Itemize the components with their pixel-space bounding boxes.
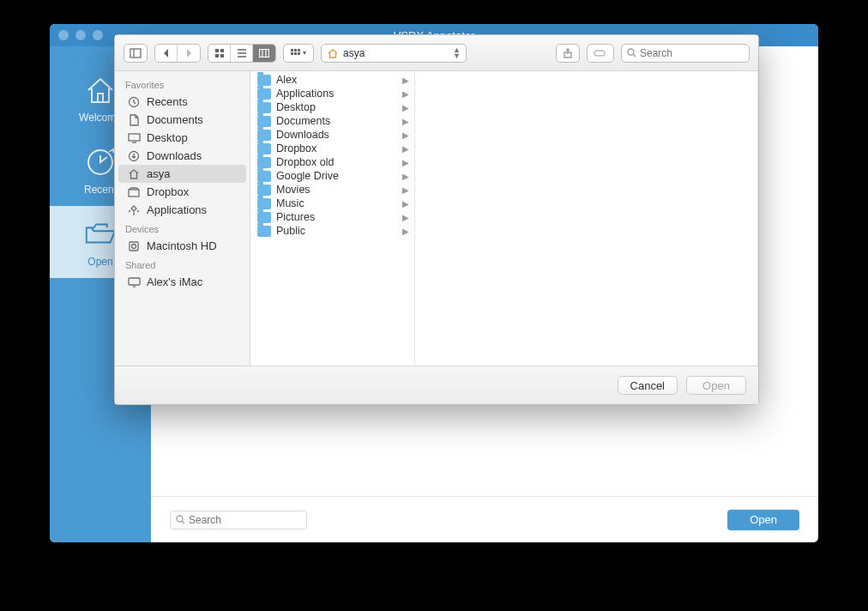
- file-row[interactable]: Documents▶: [250, 114, 414, 128]
- dialog-search-input[interactable]: [640, 47, 744, 59]
- file-row[interactable]: Pictures▶: [250, 210, 414, 224]
- file-label: Music: [276, 197, 304, 209]
- sidebar-item-desktop[interactable]: Desktop: [115, 129, 250, 147]
- chevron-right-icon: ▶: [402, 89, 409, 99]
- back-button[interactable]: [155, 45, 178, 62]
- file-row[interactable]: Google Drive▶: [250, 169, 414, 183]
- svg-rect-12: [291, 52, 293, 55]
- tags-button[interactable]: [587, 44, 614, 63]
- svg-rect-0: [98, 94, 103, 102]
- chevron-right-icon: ▶: [402, 172, 409, 181]
- svg-rect-16: [594, 51, 605, 56]
- svg-rect-10: [294, 49, 297, 51]
- sidebar-item-label: Desktop: [147, 131, 188, 144]
- sidebar-item-label: Macintosh HD: [147, 239, 217, 252]
- dialog-open-button[interactable]: Open: [686, 376, 746, 395]
- open-file-dialog: ▾ asya ▲▼ FavoritesRecentsDocumentsDeskt…: [114, 34, 759, 405]
- dropbox-icon: [127, 186, 141, 198]
- sidebar-item-dropbox[interactable]: Dropbox: [115, 183, 250, 201]
- main-search[interactable]: [170, 511, 307, 529]
- sidebar-item-macintosh-hd[interactable]: Macintosh HD: [115, 237, 250, 255]
- apps-icon: [127, 204, 141, 216]
- sidebar-item-label: Recents: [147, 95, 188, 108]
- share-button[interactable]: [556, 44, 580, 63]
- chevron-right-icon: ▶: [402, 117, 409, 126]
- main-search-input[interactable]: [189, 514, 301, 526]
- sidebar-item-applications[interactable]: Applications: [115, 201, 250, 219]
- sidebar-item-label: Alex's iMac: [147, 275, 202, 288]
- file-row[interactable]: Alex▶: [250, 73, 414, 87]
- dialog-search[interactable]: [621, 44, 750, 63]
- view-icons[interactable]: [208, 45, 231, 62]
- file-label: Google Drive: [276, 170, 339, 182]
- folder-icon: [257, 102, 271, 113]
- svg-rect-8: [260, 49, 269, 57]
- file-row[interactable]: Music▶: [250, 197, 414, 210]
- chevron-right-icon: ▶: [402, 103, 409, 112]
- desktop-icon: [127, 132, 141, 144]
- sidebar-item-label: Documents: [147, 113, 203, 126]
- sidebar-item-documents[interactable]: Documents: [115, 111, 250, 129]
- sidebar-item-downloads[interactable]: Downloads: [115, 147, 250, 165]
- folder-icon: [257, 185, 271, 196]
- file-row[interactable]: Desktop▶: [250, 100, 414, 114]
- path-dropdown[interactable]: asya ▲▼: [321, 44, 467, 63]
- forward-button[interactable]: [178, 45, 200, 62]
- file-row[interactable]: Movies▶: [250, 183, 414, 197]
- chevron-right-icon: ▶: [402, 130, 409, 140]
- folder-icon: [257, 143, 271, 154]
- nav-back-forward[interactable]: [154, 44, 201, 63]
- file-row[interactable]: Dropbox old▶: [250, 155, 414, 169]
- file-label: Applications: [276, 88, 334, 100]
- folder-icon: [257, 75, 271, 86]
- search-icon: [627, 48, 636, 57]
- svg-rect-13: [294, 52, 297, 55]
- view-list[interactable]: [231, 45, 253, 62]
- sidebar-item-label: Downloads: [147, 149, 202, 162]
- dialog-sidebar: FavoritesRecentsDocumentsDesktopDownload…: [115, 71, 250, 366]
- view-mode-segment[interactable]: [208, 44, 276, 63]
- folder-icon: [257, 88, 271, 100]
- svg-rect-9: [291, 49, 293, 51]
- file-row[interactable]: Downloads▶: [250, 128, 414, 142]
- file-label: Public: [276, 225, 305, 237]
- svg-point-2: [177, 516, 183, 522]
- file-row[interactable]: Applications▶: [250, 87, 414, 100]
- folder-icon: [257, 226, 271, 237]
- chevron-right-icon: ▶: [402, 185, 409, 195]
- svg-point-23: [132, 244, 136, 248]
- svg-rect-14: [298, 52, 300, 55]
- file-row[interactable]: Dropbox▶: [250, 142, 414, 155]
- view-columns[interactable]: [253, 45, 275, 62]
- disk-icon: [127, 240, 141, 252]
- svg-rect-6: [215, 54, 219, 57]
- recents-icon: [127, 96, 141, 108]
- chevron-right-icon: ▶: [402, 144, 409, 154]
- svg-rect-22: [130, 242, 138, 251]
- folder-open-icon: [82, 218, 118, 251]
- svg-rect-7: [220, 54, 224, 57]
- file-column-1: Alex▶Applications▶Desktop▶Documents▶Down…: [250, 71, 415, 366]
- file-label: Pictures: [276, 211, 315, 223]
- chevron-right-icon: ▶: [402, 76, 409, 85]
- sidebar-item-alex-s-imac[interactable]: Alex's iMac: [115, 273, 250, 291]
- sidebar-label: Recent: [84, 184, 117, 196]
- home-icon: [327, 48, 339, 58]
- clock-icon: [82, 146, 118, 178]
- sidebar-item-asya[interactable]: asya: [118, 165, 246, 183]
- sidebar-item-recents[interactable]: Recents: [115, 93, 250, 111]
- main-open-button[interactable]: Open: [727, 510, 799, 530]
- sidebar-item-label: Dropbox: [147, 185, 189, 198]
- file-label: Desktop: [276, 101, 316, 113]
- sidebar-section-header: Shared: [115, 255, 250, 273]
- chevron-updown-icon: ▲▼: [453, 47, 461, 59]
- file-row[interactable]: Public▶: [250, 224, 414, 238]
- arrange-menu[interactable]: ▾: [283, 44, 314, 63]
- file-label: Movies: [276, 184, 310, 196]
- file-label: Documents: [276, 115, 330, 127]
- bottom-bar: Open: [151, 496, 818, 542]
- cancel-button[interactable]: Cancel: [618, 376, 678, 395]
- sidebar-toggle[interactable]: [124, 44, 148, 63]
- sidebar-section-header: Favorites: [115, 75, 250, 93]
- display-icon: [127, 276, 141, 288]
